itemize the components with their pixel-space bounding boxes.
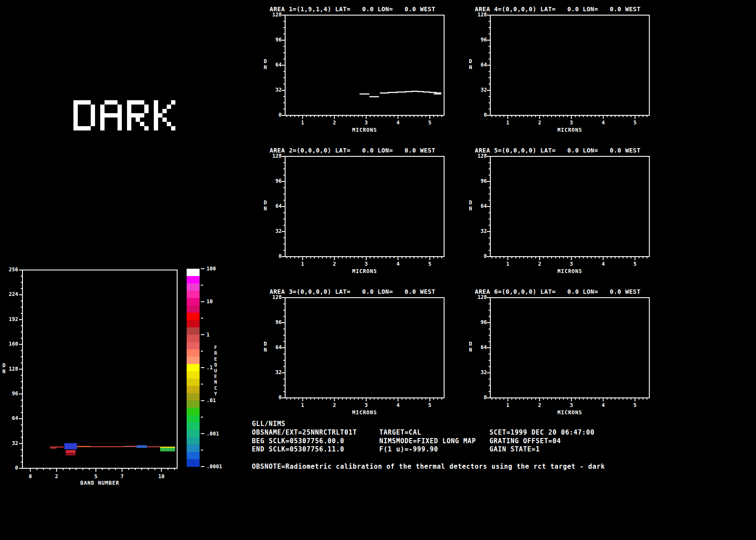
colorbar-blocks-part xyxy=(187,386,200,394)
x-tick-label: 4 xyxy=(597,120,609,126)
colorbar-tick-label: 10 xyxy=(206,299,213,305)
colorbar-blocks-part xyxy=(187,459,200,467)
x-tick-label: 5 xyxy=(629,402,641,408)
colorbar-blocks-part xyxy=(187,283,200,291)
x-tick-label: 4 xyxy=(392,402,403,408)
x-tick-label: 0 xyxy=(25,473,36,480)
x-tick-label: 1 xyxy=(502,120,513,126)
frequency-colorbar: 100101.1.01.001.0001F R E Q U E N C Y xyxy=(187,269,238,468)
y-axis-name: D N xyxy=(263,58,268,70)
dark-pixel-text-part xyxy=(127,100,131,105)
x-tick-label: 3 xyxy=(361,261,372,267)
histogram-cells-part xyxy=(137,445,147,448)
x-tick-label: 1 xyxy=(502,261,513,267)
colorbar-blocks-part xyxy=(187,452,200,460)
area-plot-5-part xyxy=(485,156,654,263)
obsname-label: OBSNAME/EXT=25NNRCTRLT01T xyxy=(252,429,357,436)
dark-pixel-text-part xyxy=(118,118,122,122)
target-label: TARGET=CAL xyxy=(379,429,421,436)
area-plot-3-part xyxy=(280,297,449,404)
colorbar-axis-name: F R E Q U E N C Y xyxy=(213,345,218,397)
y-tick-label: 128 xyxy=(269,153,282,159)
plot-frame xyxy=(490,15,649,115)
x-tick-label: 2 xyxy=(534,402,545,408)
dark-pixel-text-part xyxy=(118,122,122,126)
dark-pixel-text-part xyxy=(118,105,122,109)
axis-ticks xyxy=(282,298,442,401)
histogram-cells-part xyxy=(77,446,91,447)
colorbar-blocks-part xyxy=(187,415,200,423)
y-tick-label: 0 xyxy=(269,253,282,259)
dark-pixel-text-part xyxy=(73,122,78,126)
histogram-cells xyxy=(50,443,175,456)
colorbar-blocks-part xyxy=(187,313,200,321)
y-tick-label: 256 xyxy=(5,267,18,273)
dark-pixel-text-part xyxy=(100,126,105,130)
dark-pixel-text-part xyxy=(154,118,158,122)
dark-pixel-text-part xyxy=(127,118,131,122)
y-tick-label: 0 xyxy=(5,465,18,471)
instrument-label: GLL/NIMS xyxy=(252,420,286,428)
frequency-colorbar-part xyxy=(187,269,226,468)
x-tick-label: 10 xyxy=(156,473,167,480)
colorbar-tick-label: 1 xyxy=(206,332,210,338)
dark-pixel-text xyxy=(73,100,181,131)
axis-ticks xyxy=(487,298,647,401)
y-axis-name: D N xyxy=(263,341,268,353)
colorbar-blocks-part xyxy=(187,378,200,386)
y-tick-label: 96 xyxy=(474,319,487,325)
dark-pixel-text-part xyxy=(100,113,105,118)
y-tick-label: 0 xyxy=(269,112,282,118)
x-tick-label: 2 xyxy=(329,261,340,267)
histogram-cells-part xyxy=(50,446,64,448)
dark-pixel-text-part xyxy=(86,126,91,130)
dark-pixel-text-part xyxy=(78,126,82,130)
plot-frame xyxy=(490,156,649,257)
plot-frame xyxy=(285,15,444,115)
y-tick-label: 128 xyxy=(474,12,487,18)
y-tick-label: 96 xyxy=(269,319,282,325)
dark-pixel-text-part xyxy=(86,100,91,105)
dark-pixel-text-part xyxy=(144,109,149,113)
x-tick-label: 5 xyxy=(424,120,435,126)
axis-ticks xyxy=(282,15,442,119)
y-tick-label: 96 xyxy=(5,391,18,397)
histogram-cells-part xyxy=(160,448,175,451)
dark-pixel-text-part xyxy=(154,100,158,105)
y-tick-label: 96 xyxy=(474,37,487,43)
dark-pixel-text-part xyxy=(140,100,144,105)
dark-pixel-text-part xyxy=(136,113,140,118)
colorbar-blocks-part xyxy=(187,298,200,306)
x-tick-label: 3 xyxy=(566,402,577,408)
x-tick-label: 5 xyxy=(90,473,102,480)
dark-pixel-text-part xyxy=(131,113,136,118)
colorbar-tick-label: .01 xyxy=(206,397,216,403)
colorbar-blocks-part xyxy=(187,349,200,357)
end-sclk-label: END SCLK=05307756.11.0 xyxy=(252,445,344,453)
dark-pixel-text-part xyxy=(127,109,131,113)
x-tick-label: 5 xyxy=(424,402,435,408)
x-tick-label: 2 xyxy=(534,261,545,267)
dark-pixel-text-part xyxy=(131,100,136,105)
colorbar-blocks-part xyxy=(187,335,200,343)
colorbar-blocks-part xyxy=(187,357,200,365)
colorbar-blocks-part xyxy=(187,364,200,372)
area-plot-title: AREA 5=(0,0,0,0) LAT= 0.0 LON= 0.0 WEST xyxy=(475,147,641,154)
dark-pixel-text-part xyxy=(91,118,95,122)
dark-pixel-text-part xyxy=(136,118,140,122)
colorbar-ticks xyxy=(201,269,204,467)
nims-quicklook-display: AREA 1=(1,9,1,4) LAT= 0.0 LON= 0.0 WEST0… xyxy=(0,0,756,540)
dark-pixel-text-part xyxy=(91,113,95,118)
spectrum-line xyxy=(359,91,441,97)
colorbar-tick-label: .001 xyxy=(206,431,219,437)
colorbar-blocks-part xyxy=(187,422,200,430)
histogram-cells-part xyxy=(50,448,57,449)
y-tick-label: 32 xyxy=(269,87,282,93)
area-plot-6: AREA 6=(0,0,0,0) LAT= 0.0 LON= 0.0 WEST0… xyxy=(490,298,649,398)
area-plot-2-part xyxy=(280,156,449,263)
f1u-label: F(1 u)=-999.90 xyxy=(379,445,438,453)
x-tick-label: 5 xyxy=(424,261,435,267)
dark-pixel-text-part xyxy=(118,113,122,118)
axis-ticks xyxy=(487,15,647,119)
x-tick-label: 1 xyxy=(502,402,513,408)
